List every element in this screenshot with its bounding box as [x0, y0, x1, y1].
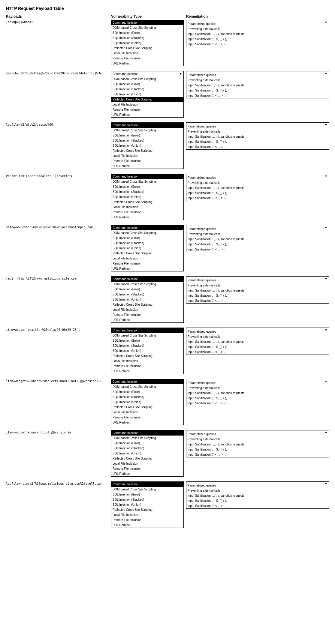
- vuln-option[interactable]: SQL Injection (Union): [111, 143, 183, 148]
- remediation-option[interactable]: Parametrized queries: [186, 432, 329, 437]
- vuln-option[interactable]: Reflected Cross Site Scripting: [111, 148, 183, 153]
- vuln-option[interactable]: Command Injection: [111, 277, 183, 282]
- remediation-option[interactable]: Input Sanitization ..., \, /, sandbox re…: [186, 493, 329, 498]
- remediation-option[interactable]: Input Sanitization '; ;, $, { } ( ),: [186, 498, 329, 503]
- vuln-option[interactable]: Command Injection: [111, 379, 183, 384]
- vuln-option[interactable]: SQL Injection (Union): [111, 400, 183, 405]
- remediation-option[interactable]: Input Sanitization "/, <, :, >, -,: [186, 144, 329, 149]
- vuln-option[interactable]: SQL Injection (Union): [111, 40, 183, 46]
- remediation-option[interactable]: Input Sanitization "/, <, :, >, -,: [186, 42, 329, 47]
- vuln-option[interactable]: URL Redirect: [111, 215, 183, 220]
- vuln-option[interactable]: Local File Inclusion: [111, 153, 183, 158]
- vuln-option[interactable]: Local File Inclusion: [111, 307, 183, 312]
- remediation-option[interactable]: Preventing external calls: [186, 283, 329, 288]
- remediation-option[interactable]: Input Sanitization ..., \, /, sandbox re…: [186, 288, 329, 293]
- vulnerability-dropdown[interactable]: ▼Command InjectionDOM-based Cross Site S…: [111, 225, 184, 271]
- remediation-option[interactable]: Input Sanitization '; ;, $, { } ( ),: [186, 396, 329, 401]
- vuln-option[interactable]: Remote File Inclusion: [111, 312, 183, 317]
- vuln-option[interactable]: SQL Injection (Stacked): [111, 394, 183, 400]
- vuln-option[interactable]: Command Injection: [111, 71, 183, 76]
- vuln-option[interactable]: SQL Injection (Union): [111, 502, 183, 507]
- remediation-option[interactable]: Preventing external calls: [186, 437, 329, 442]
- remediation-option[interactable]: Input Sanitization ..., \, /, sandbox re…: [186, 391, 329, 396]
- remediation-option[interactable]: Input Sanitization '; ;, $, { } ( ),: [186, 344, 329, 349]
- vulnerability-dropdown[interactable]: ▼Command InjectionDOM-based Cross Site S…: [111, 379, 184, 425]
- remediation-option[interactable]: Input Sanitization "/, <, :, >, -,: [186, 401, 329, 406]
- remediation-option[interactable]: Input Sanitization "/, <, :, >, -,: [186, 196, 329, 201]
- vulnerability-dropdown[interactable]: ▼Command InjectionDOM-based Cross Site S…: [111, 20, 184, 66]
- remediation-option[interactable]: Preventing external calls: [186, 232, 329, 237]
- remediation-option[interactable]: Input Sanitization '; ;, $, { } ( ),: [186, 293, 329, 298]
- vuln-option[interactable]: URL Redirect: [111, 112, 183, 117]
- remediation-option[interactable]: Input Sanitization '; ;, $, { } ( ),: [186, 139, 329, 144]
- remediation-option[interactable]: Input Sanitization ..., \, /, sandbox re…: [186, 31, 329, 37]
- remediation-option[interactable]: Preventing external calls: [186, 488, 329, 493]
- remediation-option[interactable]: Preventing external calls: [186, 129, 329, 134]
- vuln-option[interactable]: SQL Injection (Stacked): [111, 241, 183, 246]
- vuln-option[interactable]: DOM-based Cross Site Scripting: [111, 384, 183, 389]
- remediation-dropdown[interactable]: ▼Parametrized queriesPreventing external…: [186, 122, 329, 150]
- vuln-option[interactable]: Remote File Inclusion: [111, 158, 183, 163]
- vuln-option[interactable]: Remote File Inclusion: [111, 261, 183, 266]
- remediation-option[interactable]: Input Sanitization "/, <, :, >, -,: [186, 452, 329, 457]
- vuln-option[interactable]: Remote File Inclusion: [111, 210, 183, 215]
- remediation-option[interactable]: Input Sanitization ..., \, /, sandbox re…: [186, 185, 329, 190]
- remediation-option[interactable]: Parametrized queries: [186, 329, 329, 334]
- vuln-option[interactable]: SQL Injection (Error): [111, 338, 183, 343]
- vuln-option[interactable]: Local File Inclusion: [111, 51, 183, 56]
- vuln-option[interactable]: URL Redirect: [111, 369, 183, 374]
- vuln-option[interactable]: SQL Injection (Union): [111, 451, 183, 456]
- vuln-option[interactable]: Command Injection: [111, 123, 183, 128]
- remediation-option[interactable]: Input Sanitization '; ;, $, { } ( ),: [186, 242, 329, 247]
- vuln-option[interactable]: Command Injection: [111, 174, 183, 179]
- vuln-option[interactable]: Remote File Inclusion: [111, 517, 183, 523]
- vuln-option[interactable]: SQL Injection (Error): [111, 492, 183, 497]
- vuln-option[interactable]: SQL Injection (Error): [111, 133, 183, 138]
- remediation-dropdown[interactable]: ▼Parametrized queriesPreventing external…: [186, 276, 329, 304]
- vuln-option[interactable]: Remote File Inclusion: [111, 364, 183, 369]
- remediation-dropdown[interactable]: ▼Parametrized queriesPreventing external…: [186, 174, 329, 201]
- vuln-option[interactable]: Reflected Cross Site Scripting: [111, 251, 183, 256]
- remediation-option[interactable]: Input Sanitization '; ;, $, { } ( ),: [186, 447, 329, 452]
- vuln-option[interactable]: Local File Inclusion: [111, 256, 183, 261]
- vuln-option[interactable]: Reflected Cross Site Scripting: [111, 199, 183, 205]
- vuln-option[interactable]: Local File Inclusion: [111, 102, 183, 107]
- vuln-option[interactable]: SQL Injection (Stacked): [111, 343, 183, 348]
- remediation-dropdown[interactable]: ▼Parametrized queriesPreventing external…: [186, 328, 329, 355]
- vuln-option[interactable]: Command Injection: [111, 482, 183, 487]
- remediation-option[interactable]: Parametrized queries: [186, 73, 329, 78]
- vuln-option[interactable]: Local File Inclusion: [111, 205, 183, 210]
- vuln-option[interactable]: SQL Injection (Error): [111, 30, 183, 35]
- vuln-option[interactable]: Reflected Cross Site Scripting: [111, 97, 183, 102]
- vulnerability-dropdown[interactable]: ▼Command InjectionDOM-based Cross Site S…: [111, 328, 184, 374]
- vuln-option[interactable]: SQL Injection (Stacked): [111, 446, 183, 451]
- vuln-option[interactable]: Reflected Cross Site Scripting: [111, 353, 183, 358]
- vuln-option[interactable]: URL Redirect: [111, 266, 183, 271]
- vuln-option[interactable]: Local File Inclusion: [111, 358, 183, 364]
- vuln-option[interactable]: DOM-based Cross Site Scripting: [111, 282, 183, 287]
- remediation-option[interactable]: Input Sanitization ..., \, /, sandbox re…: [186, 83, 329, 88]
- vuln-option[interactable]: URL Redirect: [111, 317, 183, 322]
- vuln-option[interactable]: SQL Injection (Union): [111, 348, 183, 353]
- vuln-option[interactable]: Reflected Cross Site Scripting: [111, 46, 183, 51]
- remediation-option[interactable]: Parametrized queries: [186, 175, 329, 180]
- vuln-option[interactable]: URL Redirect: [111, 420, 183, 425]
- remediation-option[interactable]: Input Sanitization "/, <, :, >, -,: [186, 349, 329, 355]
- vuln-option[interactable]: SQL Injection (Stacked): [111, 292, 183, 297]
- remediation-option[interactable]: Preventing external calls: [186, 334, 329, 339]
- vulnerability-dropdown[interactable]: ▼Command InjectionDOM-based Cross Site S…: [111, 122, 184, 169]
- remediation-option[interactable]: Preventing external calls: [186, 78, 329, 83]
- remediation-option[interactable]: Preventing external calls: [186, 180, 329, 185]
- vuln-option[interactable]: DOM-based Cross Site Scripting: [111, 76, 183, 82]
- remediation-option[interactable]: Parametrized queries: [186, 124, 329, 129]
- vuln-option[interactable]: Command Injection: [111, 225, 183, 230]
- remediation-option[interactable]: Parametrized queries: [186, 278, 329, 283]
- vulnerability-dropdown[interactable]: ▼Command InjectionDOM-based Cross Site S…: [111, 481, 184, 528]
- vuln-option[interactable]: Reflected Cross Site Scripting: [111, 456, 183, 461]
- vuln-option[interactable]: Local File Inclusion: [111, 461, 183, 466]
- remediation-option[interactable]: Input Sanitization '; ;, $, { } ( ),: [186, 88, 329, 93]
- vulnerability-dropdown[interactable]: ▼Command InjectionDOM-based Cross Site S…: [111, 174, 184, 220]
- remediation-option[interactable]: Parametrized queries: [186, 21, 329, 26]
- vuln-option[interactable]: Command Injection: [111, 328, 183, 333]
- vuln-option[interactable]: SQL Injection (Stacked): [111, 497, 183, 502]
